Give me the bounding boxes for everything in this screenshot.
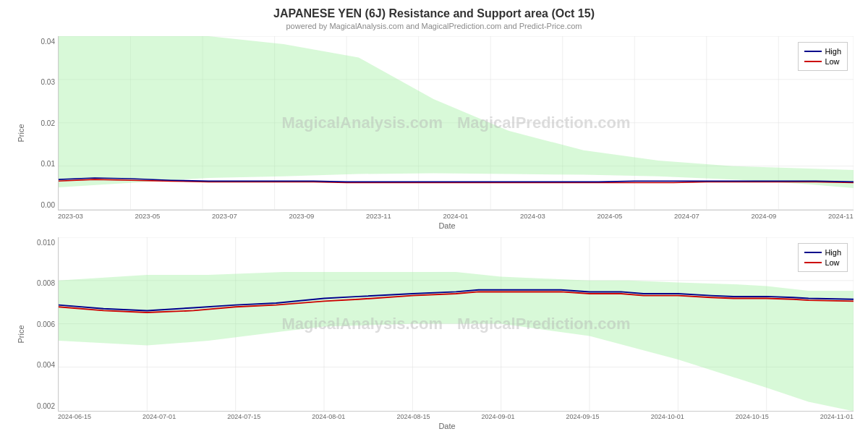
chart1-xtick-9: 2024-09 <box>752 212 777 220</box>
chart1-xtick-6: 2024-03 <box>520 212 545 220</box>
page-container: JAPANESE YEN (6J) Resistance and Support… <box>0 0 868 434</box>
chart2-legend-low-label: Low <box>825 258 839 267</box>
link-predict-price[interactable]: Predict-Price.com <box>519 22 582 30</box>
chart2-legend-high-line <box>804 252 822 253</box>
chart2-xtick-4: 2024-08-15 <box>396 413 430 420</box>
chart1-ytick-1: 0.03 <box>41 78 55 86</box>
chart2-xtick-0: 2024-06-15 <box>58 413 91 420</box>
chart2-area: MagicalAnalysis.com MagicalPrediction.co… <box>58 237 854 412</box>
chart1-ytick-4: 0.00 <box>41 201 55 209</box>
chart1-xtick-10: 2024-11 <box>828 212 854 220</box>
chart1-legend: High Low <box>798 42 848 71</box>
chart1-svg <box>59 36 854 210</box>
page-subtitle: powered by MagicalAnalysis.com and Magic… <box>14 22 854 30</box>
chart1-xtick-2: 2023-07 <box>212 212 237 220</box>
chart1-wrapper: Price 0.04 0.03 0.02 0.01 0.00 <box>14 36 854 230</box>
page-title: JAPANESE YEN (6J) Resistance and Support… <box>14 7 854 20</box>
chart2-xtick-2: 2024-07-15 <box>227 413 260 420</box>
chart1-x-label: Date <box>41 221 854 230</box>
chart2-legend-high-label: High <box>825 248 841 257</box>
chart1-legend-low-label: Low <box>825 57 839 66</box>
chart2-xtick-3: 2024-08-01 <box>312 413 345 420</box>
chart1-xtick-8: 2024-07 <box>674 212 699 220</box>
chart2-xtick-7: 2024-10-01 <box>651 413 684 420</box>
chart1-ytick-0: 0.04 <box>41 38 55 46</box>
chart2-xtick-1: 2024-07-01 <box>142 413 176 420</box>
chart1-xtick-5: 2024-01 <box>443 212 469 220</box>
chart1-xtick-1: 2023-05 <box>135 212 161 220</box>
chart2-svg <box>59 237 854 412</box>
chart2-legend-low-line <box>804 262 822 263</box>
chart1-xtick-3: 2023-09 <box>289 212 315 220</box>
chart2-ytick-3: 0.004 <box>37 361 55 369</box>
chart1-legend-high: High <box>804 47 841 56</box>
chart1-ytick-2: 0.02 <box>41 119 55 127</box>
link-magical-analysis[interactable]: MagicalAnalysis.com <box>329 22 404 30</box>
chart2-ytick-1: 0.008 <box>37 279 55 287</box>
link-magical-prediction[interactable]: MagicalPrediction.com <box>422 22 502 30</box>
chart2-xtick-5: 2024-09-01 <box>481 413 514 420</box>
chart1-xtick-0: 2023-03 <box>58 212 83 220</box>
chart2-band <box>59 272 854 411</box>
chart2-ytick-2: 0.006 <box>37 320 55 328</box>
chart1-legend-low-line <box>804 61 822 62</box>
chart2-ytick-4: 0.002 <box>37 402 55 410</box>
chart2-xtick-6: 2024-09-15 <box>566 413 600 420</box>
chart1-ytick-3: 0.01 <box>41 160 55 168</box>
chart1-legend-low: Low <box>804 57 841 66</box>
chart1-area: MagicalAnalysis.com MagicalPrediction.co… <box>58 36 854 210</box>
chart2-xtick-9: 2024-11-01 <box>820 413 854 420</box>
chart1-y-label: Price <box>14 36 27 230</box>
chart2-legend: High Low <box>798 243 848 272</box>
chart1-xtick-4: 2023-11 <box>366 212 391 220</box>
chart2-xtick-8: 2024-10-15 <box>736 413 769 420</box>
chart2-legend-low: Low <box>804 258 841 267</box>
chart1-xtick-7: 2024-05 <box>597 212 623 220</box>
chart2-legend-high: High <box>804 248 841 257</box>
chart1-band <box>59 36 854 188</box>
charts-container: Price 0.04 0.03 0.02 0.01 0.00 <box>14 36 854 430</box>
chart2-x-label: Date <box>41 422 854 430</box>
chart2-y-label: Price <box>14 237 27 431</box>
chart2-ytick-0: 0.010 <box>37 239 55 247</box>
chart2-wrapper: Price 0.010 0.008 0.006 0.004 0.002 <box>14 237 854 431</box>
chart1-legend-high-line <box>804 51 822 52</box>
chart1-legend-high-label: High <box>825 47 841 56</box>
